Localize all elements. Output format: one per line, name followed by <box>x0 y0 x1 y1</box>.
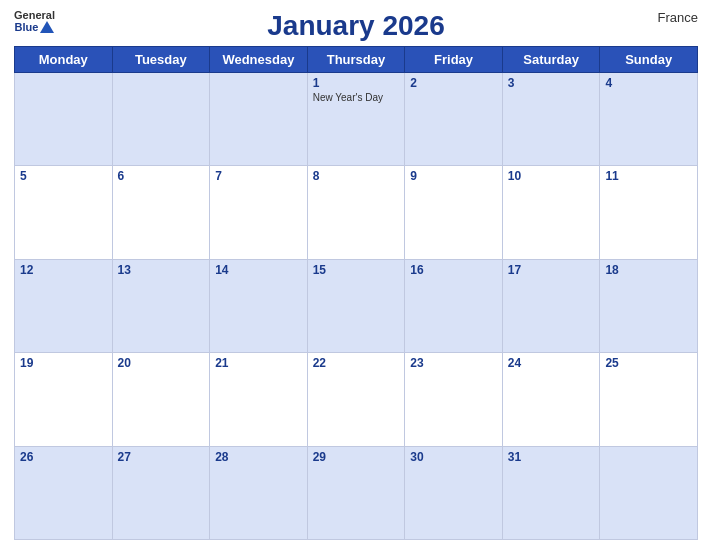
day-number: 27 <box>118 450 205 464</box>
calendar-day-cell: 31 <box>502 446 600 539</box>
day-number: 11 <box>605 169 692 183</box>
day-number: 31 <box>508 450 595 464</box>
day-number: 30 <box>410 450 497 464</box>
calendar-day-cell: 26 <box>15 446 113 539</box>
calendar-day-cell: 6 <box>112 166 210 259</box>
day-number: 20 <box>118 356 205 370</box>
calendar-day-cell <box>112 73 210 166</box>
col-wednesday: Wednesday <box>210 47 308 73</box>
calendar-day-cell: 19 <box>15 353 113 446</box>
calendar-week-row: 12131415161718 <box>15 259 698 352</box>
day-number: 23 <box>410 356 497 370</box>
calendar-body: 1New Year's Day2345678910111213141516171… <box>15 73 698 540</box>
calendar-day-cell: 9 <box>405 166 503 259</box>
logo-general-text: General <box>14 10 55 21</box>
calendar-day-cell: 8 <box>307 166 405 259</box>
calendar-day-cell: 10 <box>502 166 600 259</box>
day-number: 12 <box>20 263 107 277</box>
calendar-day-cell: 23 <box>405 353 503 446</box>
calendar-day-cell: 21 <box>210 353 308 446</box>
calendar-day-cell: 7 <box>210 166 308 259</box>
calendar-day-cell: 30 <box>405 446 503 539</box>
calendar-week-row: 19202122232425 <box>15 353 698 446</box>
calendar-day-cell: 14 <box>210 259 308 352</box>
calendar-table: Monday Tuesday Wednesday Thursday Friday… <box>14 46 698 540</box>
day-number: 16 <box>410 263 497 277</box>
day-event: New Year's Day <box>313 92 400 103</box>
calendar-day-cell: 13 <box>112 259 210 352</box>
day-number: 10 <box>508 169 595 183</box>
day-number: 5 <box>20 169 107 183</box>
calendar-day-cell: 22 <box>307 353 405 446</box>
day-number: 29 <box>313 450 400 464</box>
calendar-day-cell: 17 <box>502 259 600 352</box>
calendar-day-cell: 15 <box>307 259 405 352</box>
calendar-day-cell: 27 <box>112 446 210 539</box>
calendar-day-cell <box>15 73 113 166</box>
day-number: 18 <box>605 263 692 277</box>
calendar-day-cell: 18 <box>600 259 698 352</box>
col-sunday: Sunday <box>600 47 698 73</box>
col-saturday: Saturday <box>502 47 600 73</box>
calendar-week-row: 1New Year's Day234 <box>15 73 698 166</box>
calendar-day-cell: 12 <box>15 259 113 352</box>
calendar-title: January 2026 <box>267 10 444 42</box>
calendar-day-cell: 28 <box>210 446 308 539</box>
day-number: 26 <box>20 450 107 464</box>
day-number: 8 <box>313 169 400 183</box>
calendar-week-row: 567891011 <box>15 166 698 259</box>
logo-blue-text: Blue <box>15 21 55 33</box>
col-tuesday: Tuesday <box>112 47 210 73</box>
day-number: 3 <box>508 76 595 90</box>
calendar-day-cell: 29 <box>307 446 405 539</box>
calendar-day-cell: 24 <box>502 353 600 446</box>
calendar-day-cell: 1New Year's Day <box>307 73 405 166</box>
day-number: 19 <box>20 356 107 370</box>
col-friday: Friday <box>405 47 503 73</box>
day-number: 17 <box>508 263 595 277</box>
calendar-day-cell <box>210 73 308 166</box>
calendar-day-cell: 4 <box>600 73 698 166</box>
header-row: General Blue January 2026 France <box>14 10 698 42</box>
calendar-day-cell <box>600 446 698 539</box>
col-thursday: Thursday <box>307 47 405 73</box>
calendar-day-cell: 16 <box>405 259 503 352</box>
calendar-day-cell: 3 <box>502 73 600 166</box>
day-number: 13 <box>118 263 205 277</box>
country-label: France <box>658 10 698 25</box>
calendar-day-cell: 25 <box>600 353 698 446</box>
calendar-week-row: 262728293031 <box>15 446 698 539</box>
logo: General Blue <box>14 10 55 33</box>
logo-triangle-icon <box>40 21 54 33</box>
calendar-wrapper: General Blue January 2026 France Monday … <box>0 0 712 550</box>
calendar-day-cell: 11 <box>600 166 698 259</box>
day-number: 15 <box>313 263 400 277</box>
day-number: 6 <box>118 169 205 183</box>
day-number: 25 <box>605 356 692 370</box>
day-number: 7 <box>215 169 302 183</box>
day-number: 28 <box>215 450 302 464</box>
day-number: 4 <box>605 76 692 90</box>
col-monday: Monday <box>15 47 113 73</box>
day-number: 2 <box>410 76 497 90</box>
day-number: 9 <box>410 169 497 183</box>
day-number: 21 <box>215 356 302 370</box>
weekday-header-row: Monday Tuesday Wednesday Thursday Friday… <box>15 47 698 73</box>
day-number: 22 <box>313 356 400 370</box>
day-number: 14 <box>215 263 302 277</box>
day-number: 24 <box>508 356 595 370</box>
calendar-day-cell: 20 <box>112 353 210 446</box>
day-number: 1 <box>313 76 400 90</box>
calendar-day-cell: 5 <box>15 166 113 259</box>
calendar-day-cell: 2 <box>405 73 503 166</box>
